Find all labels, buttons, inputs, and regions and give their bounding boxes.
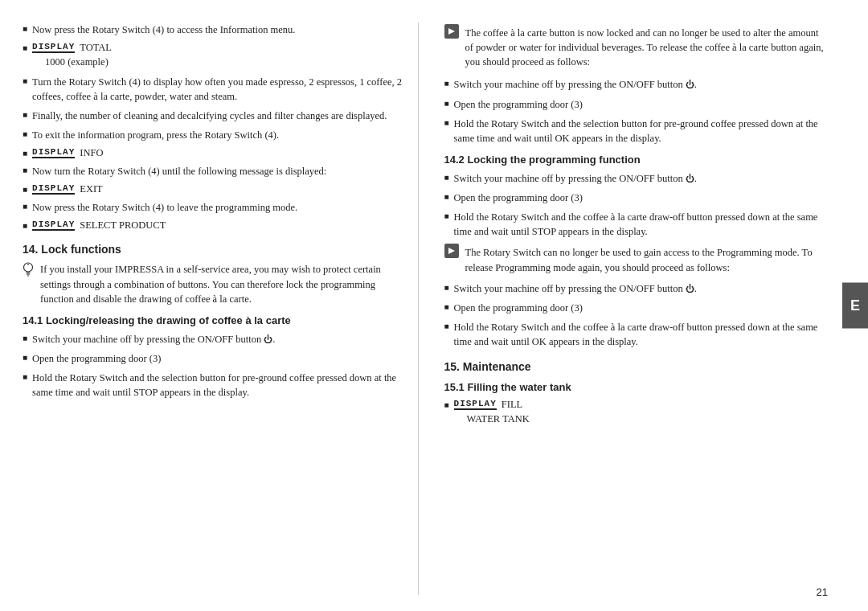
bullet-icon: ■ [444, 118, 449, 127]
item-text: Switch your machine off by pressing the … [454, 171, 697, 186]
list-item: ■ Hold the Rotary Switch and the selecti… [23, 371, 405, 400]
list-item: ■ Switch your machine off by pressing th… [444, 171, 827, 186]
display-value: EXIT [80, 183, 102, 195]
bullet-icon: ■ [444, 79, 449, 88]
list-item: ■ Open the programming door (3) [444, 97, 827, 112]
display-block: ■ DISPLAY TOTAL [23, 42, 405, 54]
display-keyword: DISPLAY [32, 183, 75, 195]
bullet-icon: ■ [23, 166, 27, 174]
bullet-icon: ■ [23, 202, 27, 211]
bullet-icon: ■ [444, 211, 449, 220]
page-container: ■ Now press the Rotary Switch (4) to acc… [0, 0, 868, 611]
list-item: ■ Open the programming door (3) [444, 301, 827, 315]
display-block-fill: ■ DISPLAY FILL [444, 399, 827, 411]
display-keyword: DISPLAY [454, 399, 497, 410]
list-item: ■ Switch your machine off by pressing th… [23, 332, 405, 347]
bullet-icon: ■ [444, 173, 449, 182]
bullet-icon: ■ [23, 334, 27, 342]
bullet-icon: ■ [23, 221, 27, 230]
list-item: ■ Now press the Rotary Switch (4) to lea… [23, 200, 405, 215]
lightbulb-note: If you install your IMPRESSA in a self-s… [23, 262, 405, 306]
display-value: SELECT PRODUCT [80, 219, 166, 232]
arrow-icon [444, 24, 459, 43]
item-text: Switch your machine off by pressing the … [454, 281, 697, 296]
display-value: FILL [502, 399, 522, 411]
power-icon: ⏻ [264, 334, 272, 344]
display-value: TOTAL [80, 42, 112, 54]
item-text: Now turn the Rotary Switch (4) until the… [32, 164, 326, 178]
item-text: Open the programming door (3) [454, 191, 583, 205]
item-text: Now press the Rotary Switch (4) to acces… [32, 23, 295, 37]
display-keyword: DISPLAY [32, 219, 75, 231]
item-text: To exit the information program, press t… [32, 128, 279, 142]
content-area: ■ Now press the Rotary Switch (4) to acc… [0, 0, 868, 611]
power-icon: ⏻ [686, 174, 694, 183]
item-text: Finally, the number of cleaning and deca… [32, 109, 387, 123]
section-141-heading: 14.1 Locking/releasing the drawing of co… [23, 314, 405, 326]
bullet-icon: ■ [23, 43, 27, 52]
item-text: Hold the Rotary Switch and the coffee à … [454, 210, 826, 239]
arrow-icon [444, 244, 459, 262]
bullet-icon: ■ [23, 353, 27, 362]
display-value: INFO [80, 147, 103, 159]
section-14-heading: 14. Lock functions [23, 243, 405, 256]
arrow-note: The coffee à la carte button is now lock… [444, 26, 827, 69]
display-indent-watertank: WATER TANK [467, 412, 827, 427]
list-item: ■ Finally, the number of cleaning and de… [23, 109, 405, 123]
list-item: ■ Now turn the Rotary Switch (4) until t… [23, 164, 405, 178]
power-icon: ⏻ [686, 284, 694, 293]
lightbulb-note-text: If you install your IMPRESSA in a self-s… [40, 262, 405, 306]
list-item: ■ To exit the information program, press… [23, 128, 405, 142]
lightbulb-icon [23, 262, 34, 280]
bullet-icon: ■ [23, 129, 27, 138]
display-block: ■ DISPLAY INFO [23, 147, 405, 159]
arrow-note-text: The Rotary Switch can no longer be used … [465, 245, 827, 274]
bullet-icon: ■ [23, 110, 27, 119]
bullet-icon: ■ [23, 185, 27, 194]
item-text: Open the programming door (3) [454, 301, 583, 315]
bullet-icon: ■ [23, 372, 27, 381]
page-number: 21 [817, 586, 828, 598]
list-item: ■ Turn the Rotary Switch (4) to display … [23, 75, 405, 104]
item-text: Open the programming door (3) [32, 351, 161, 366]
bullet-icon: ■ [444, 322, 449, 330]
list-item: ■ Now press the Rotary Switch (4) to acc… [23, 23, 405, 37]
item-text: Hold the Rotary Switch and the selection… [454, 117, 826, 146]
section-151-heading: 15.1 Filling the water tank [444, 381, 827, 393]
arrow-note-text: The coffee à la carte button is now lock… [465, 26, 827, 69]
bullet-icon: ■ [444, 192, 449, 201]
power-icon: ⏻ [686, 80, 694, 89]
list-item: ■ Hold the Rotary Switch and the coffee … [444, 210, 827, 239]
display-block: ■ DISPLAY EXIT [23, 183, 405, 195]
list-item: ■ Hold the Rotary Switch and the coffee … [444, 320, 827, 349]
list-item: ■ Hold the Rotary Switch and the selecti… [444, 117, 827, 146]
bullet-icon: ■ [444, 283, 449, 292]
bullet-icon: ■ [23, 24, 27, 33]
list-item: ■ Open the programming door (3) [23, 351, 405, 366]
section-142-heading: 14.2 Locking the programming function [444, 154, 827, 166]
list-item: ■ Open the programming door (3) [444, 191, 827, 205]
side-tab: E [842, 283, 868, 329]
section-15-heading: 15. Maintenance [444, 360, 827, 373]
bullet-icon: ■ [444, 99, 449, 108]
item-text: Hold the Rotary Switch and the coffee à … [454, 320, 826, 349]
display-indent: 1000 (example) [45, 55, 405, 70]
bullet-icon: ■ [444, 302, 449, 311]
item-text: Switch your machine off by pressing the … [454, 77, 697, 92]
right-column: The coffee à la carte button is now lock… [438, 23, 853, 595]
display-keyword: DISPLAY [32, 147, 75, 158]
bullet-icon: ■ [23, 76, 27, 85]
display-keyword: DISPLAY [32, 42, 75, 53]
item-text: Now press the Rotary Switch (4) to leave… [32, 200, 297, 215]
item-text: Turn the Rotary Switch (4) to display ho… [32, 75, 404, 104]
item-text: Hold the Rotary Switch and the selection… [32, 371, 404, 400]
item-text: Switch your machine off by pressing the … [32, 332, 275, 347]
display-block: ■ DISPLAY SELECT PRODUCT [23, 219, 405, 232]
list-item: ■ Switch your machine off by pressing th… [444, 281, 827, 296]
arrow-note-142: The Rotary Switch can no longer be used … [444, 245, 827, 274]
bullet-icon: ■ [23, 149, 27, 158]
item-text: Open the programming door (3) [454, 97, 583, 112]
bullet-icon: ■ [444, 400, 449, 409]
left-column: ■ Now press the Rotary Switch (4) to acc… [23, 23, 419, 595]
list-item: ■ Switch your machine off by pressing th… [444, 77, 827, 92]
